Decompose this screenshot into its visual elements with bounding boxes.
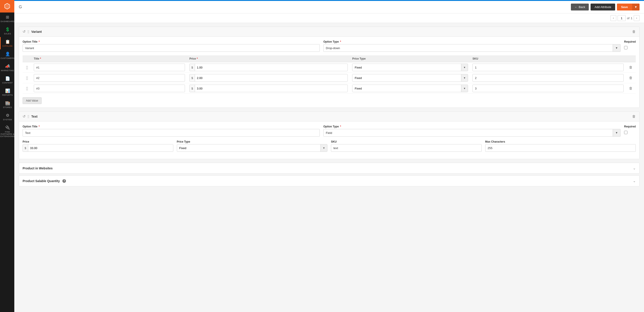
row-delete-icon-2[interactable]: 🗑 xyxy=(628,85,634,91)
row-sku-input-2[interactable] xyxy=(472,85,624,92)
row-sku-input-1[interactable] xyxy=(472,74,624,82)
back-button[interactable]: ← Back xyxy=(571,3,589,10)
row-price-input-0[interactable] xyxy=(195,64,348,71)
pagination-total: 1 xyxy=(631,16,632,20)
variant-delete-icon[interactable]: 🗑 xyxy=(632,30,636,34)
table-row: ⣿ $ Fixed Percent ▼ 🗑 xyxy=(22,73,636,83)
text-price-input[interactable] xyxy=(28,145,173,152)
row-delete-icon-0[interactable]: 🗑 xyxy=(628,64,634,70)
sidebar-item-content[interactable]: 📄 CONTENT xyxy=(0,74,14,86)
text-option-type-wrap: Field Area ▼ xyxy=(323,129,620,137)
variant-add-value-button[interactable]: Add Value xyxy=(22,97,42,104)
variant-collapse-icon[interactable]: ↺ xyxy=(22,29,26,34)
text-panel: ↺ ⣿ Text 🗑 Option Title * xyxy=(19,111,640,159)
text-price-group: Price $ xyxy=(22,140,173,152)
row-delete-icon-1[interactable]: 🗑 xyxy=(628,75,634,81)
row-price-input-2[interactable] xyxy=(195,85,348,92)
text-sku-group: SKU xyxy=(331,140,482,152)
sidebar-item-system[interactable]: ⚙ SYSTEM xyxy=(0,111,14,123)
add-attribute-button[interactable]: Add Attribute xyxy=(590,3,615,10)
row-price-type-arrow-2[interactable]: ▼ xyxy=(461,85,468,92)
text-form-row-2: Price $ Price Type Fixed Percent xyxy=(22,140,636,152)
product-salable-quantity-title: Product Salable Quantity xyxy=(22,179,60,183)
row-title-input-1[interactable] xyxy=(34,74,185,82)
product-salable-quantity-chevron: ⌄ xyxy=(633,179,636,183)
sidebar-item-sales-label: SALES xyxy=(4,33,11,35)
row-price-type-arrow-1[interactable]: ▼ xyxy=(461,74,468,81)
text-option-title-input[interactable] xyxy=(22,129,320,137)
variant-option-type-arrow[interactable]: ▼ xyxy=(613,44,620,52)
sidebar-item-stores[interactable]: 🏬 STORES xyxy=(0,98,14,111)
variant-option-title-input[interactable] xyxy=(22,44,320,52)
text-option-title-group: Option Title * xyxy=(22,125,320,137)
row-price-wrap-0: $ xyxy=(190,64,348,71)
product-salable-quantity-bar[interactable]: Product Salable Quantity ? ⌄ xyxy=(19,175,640,186)
text-option-type-select[interactable]: Field Area xyxy=(323,129,613,137)
variant-required-group: Required xyxy=(624,40,636,49)
pagination-current-page[interactable] xyxy=(618,15,626,21)
row-price-type-wrap-2: Fixed Percent ▼ xyxy=(352,85,468,92)
row-sku-input-0[interactable] xyxy=(472,64,624,71)
text-drag-icon[interactable]: ⣿ xyxy=(27,115,30,118)
save-button[interactable]: Save xyxy=(617,3,632,10)
sidebar-item-catalog[interactable]: 📋 CATALOG xyxy=(0,37,14,49)
row-title-input-0[interactable] xyxy=(34,64,185,71)
text-max-chars-input[interactable] xyxy=(485,144,636,152)
variant-th-price: Price * xyxy=(187,55,350,62)
marketing-icon: 📣 xyxy=(5,64,10,69)
sidebar-item-reports-label: REPORTS xyxy=(2,94,13,96)
text-panel-title: Text xyxy=(31,115,630,118)
text-option-title-label: Option Title * xyxy=(22,125,320,128)
text-required-checkbox[interactable] xyxy=(624,131,628,134)
text-max-chars-group: Max Characters xyxy=(485,140,636,152)
row-price-type-select-0[interactable]: Fixed Percent xyxy=(352,64,461,71)
sidebar-item-reports[interactable]: 📊 REPORTS xyxy=(0,86,14,98)
product-in-websites-bar[interactable]: Product in Websites ⌄ xyxy=(19,163,640,174)
sidebar-item-sales[interactable]: 💲 SALES xyxy=(0,25,14,37)
pagination-next-button[interactable]: › xyxy=(634,15,640,21)
text-price-type-label: Price Type xyxy=(177,140,328,143)
variant-panel-title: Variant xyxy=(31,30,630,33)
text-sku-input[interactable] xyxy=(331,144,482,152)
row-price-type-arrow-0[interactable]: ▼ xyxy=(461,64,468,71)
text-price-type-select[interactable]: Fixed Percent xyxy=(177,145,321,152)
text-sku-label: SKU xyxy=(331,140,482,143)
row-price-currency-0: $ xyxy=(190,64,195,71)
save-dropdown-icon: ▼ xyxy=(634,5,637,9)
text-panel-body: Option Title * Option Type * Field xyxy=(19,121,639,159)
drag-handle-0[interactable]: ⣿ xyxy=(25,66,29,69)
save-dropdown-button[interactable]: ▼ xyxy=(632,3,640,10)
variant-required-checkbox[interactable] xyxy=(624,46,628,49)
customers-icon: 👤 xyxy=(5,52,10,56)
variant-panel-body: Option Title * Option Type * Drop-down xyxy=(19,37,639,108)
sidebar-item-extensions[interactable]: 🔌 FIND PARTNERS & EXTENSIONS xyxy=(0,123,14,140)
variant-values-table: Title * Price * Price Type SKU xyxy=(22,55,636,94)
drag-handle-1[interactable]: ⣿ xyxy=(25,76,29,80)
row-price-type-select-2[interactable]: Fixed Percent xyxy=(352,85,461,92)
sidebar: ⊞ DASHBOARD 💲 SALES 📋 CATALOG 👤 CUSTOMER… xyxy=(0,0,14,312)
pagination-bar: ‹ of 1 › xyxy=(14,13,644,23)
sidebar-item-dashboard[interactable]: ⊞ DASHBOARD xyxy=(0,12,14,25)
row-price-type-wrap-0: Fixed Percent ▼ xyxy=(352,64,468,71)
sidebar-item-marketing[interactable]: 📣 MARKETING xyxy=(0,62,14,74)
variant-th-drag xyxy=(22,55,32,62)
text-option-type-group: Option Type * Field Area ▼ xyxy=(323,125,620,137)
text-collapse-icon[interactable]: ↺ xyxy=(22,114,26,119)
back-arrow-icon: ← xyxy=(574,5,577,9)
text-price-type-arrow[interactable]: ▼ xyxy=(320,145,327,152)
variant-option-type-select[interactable]: Drop-down Radio Buttons Checkbox Multipl… xyxy=(323,44,613,52)
variant-required-label: Required xyxy=(624,40,636,43)
row-price-type-select-1[interactable]: Fixed Percent xyxy=(352,74,461,81)
text-option-type-arrow[interactable]: ▼ xyxy=(613,129,620,137)
sidebar-item-customers-label: CUSTOMERS xyxy=(1,57,14,59)
pagination-prev-button[interactable]: ‹ xyxy=(610,15,616,21)
sidebar-item-customers[interactable]: 👤 CUSTOMERS xyxy=(0,49,14,62)
row-title-input-2[interactable] xyxy=(34,85,185,92)
text-delete-icon[interactable]: 🗑 xyxy=(632,115,636,119)
variant-th-price-type: Price Type xyxy=(350,55,470,62)
row-price-input-1[interactable] xyxy=(195,74,348,81)
text-price-type-group: Price Type Fixed Percent ▼ xyxy=(177,140,328,152)
sidebar-item-system-label: SYSTEM xyxy=(3,119,12,121)
drag-handle-2[interactable]: ⣿ xyxy=(25,87,29,90)
variant-drag-icon[interactable]: ⣿ xyxy=(27,30,30,33)
